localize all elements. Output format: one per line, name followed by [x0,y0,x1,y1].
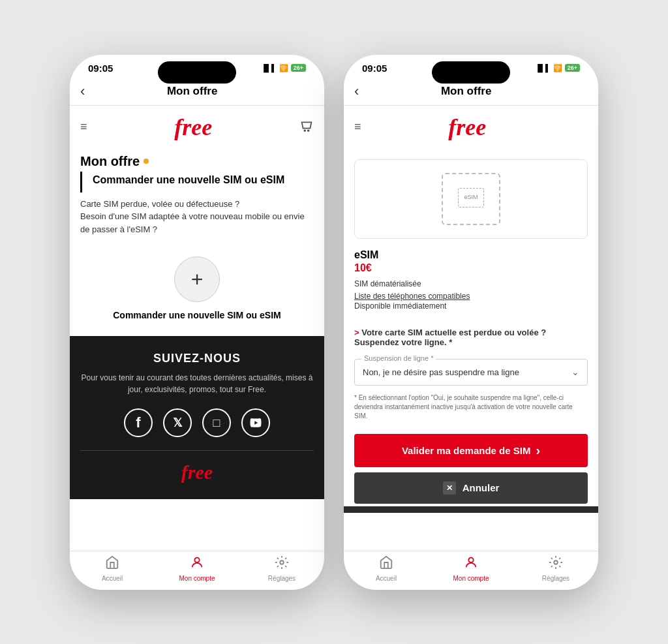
esim-card: eSIM [354,159,588,239]
free-logo-1: free [174,114,212,141]
cancel-button[interactable]: ✕ Annuler [354,472,588,504]
suspension-chevron: ⌄ [571,367,579,377]
sim-question-text: Votre carte SIM actuelle est perdue ou v… [354,328,546,347]
tab-label-moncompte-2: Mon compte [453,575,489,582]
time-1: 09:05 [88,63,113,74]
svg-point-2 [194,557,199,562]
esim-desc1: SIM dématérialisée [354,278,588,290]
svg-point-1 [308,130,309,131]
phone-2: 09:05 ▐▌▌ 🛜 26+ ‹ Mon offre ≡ free [344,55,598,590]
suspension-note: * En sélectionnant l'option "Oui, je sou… [344,391,598,429]
status-bar-1: 09:05 ▐▌▌ 🛜 26+ [70,55,324,78]
dynamic-island-2 [432,61,510,84]
tab-moncompte-2[interactable]: Mon compte [429,555,513,582]
follow-section-1: SUIVEZ-NOUS Pour vous tenir au courant d… [70,336,324,499]
esim-details: eSIM 10€ SIM dématérialisée Liste des té… [344,249,598,316]
tab-bar-1: Accueil Mon compte Réglages [70,551,324,590]
back-button-2[interactable]: ‹ [354,83,359,100]
account-icon-2 [464,555,478,573]
content-2: ≡ free eSIM eSIM 10€ SIM dématérialis [344,106,598,551]
instagram-icon-1[interactable]: □ [202,408,231,437]
esim-visual: eSIM [442,173,500,225]
plus-label-1: Commander une nouvelle SIM ou eSIM [113,310,281,320]
wifi-icon-2: 🛜 [553,64,562,72]
time-2: 09:05 [362,63,387,74]
follow-desc-1: Pour vous tenir au courant des toutes de… [80,372,314,395]
signal-icon-2: ▐▌▌ [535,64,550,72]
phone-1: 09:05 ▐▌▌ 🛜 26+ ‹ Mon offre ≡ free [70,55,324,590]
svg-point-0 [304,130,305,131]
suspension-dropdown[interactable]: Suspension de ligne * Non, je ne désire … [354,359,588,386]
section-title-1: Mon offre [80,154,140,169]
home-icon-1 [105,555,119,573]
section-subtitle-1: Commander une nouvelle SIM ou eSIM [93,174,284,185]
dot-yellow-1 [144,159,149,164]
dark-bar-2 [344,506,598,513]
battery-2: 26+ [565,64,580,72]
validate-label: Valider ma demande de SIM [402,445,531,456]
tab-bar-2: Accueil Mon compte Réglages [344,551,598,590]
svg-point-5 [554,560,558,564]
follow-divider-1 [80,450,314,451]
esim-name: eSIM [354,249,588,261]
validate-arrow: › [536,443,540,458]
svg-point-4 [468,557,473,562]
follow-title-1: SUIVEZ-NOUS [80,352,314,365]
battery-1: 26+ [291,64,306,72]
nav-title-2: Mon offre [364,85,568,98]
menu-icon-1[interactable]: ≡ [80,120,87,134]
free-logo-2: free [448,114,486,141]
nav-title-1: Mon offre [90,85,294,98]
menu-icon-2[interactable]: ≡ [354,120,361,134]
tab-label-accueil-2: Accueil [376,575,397,582]
header-row-1: ≡ free [70,106,324,149]
status-icons-1: ▐▌▌ 🛜 26+ [261,64,306,72]
follow-free-logo-1: free [80,461,314,483]
plus-area-1: + Commander une nouvelle SIM ou eSIM [70,241,324,336]
header-row-2: ≡ free [344,106,598,149]
facebook-icon-1[interactable]: f [124,408,153,437]
cancel-x-icon: ✕ [443,482,456,495]
tab-label-reglages-2: Réglages [542,575,569,582]
tab-label-reglages-1: Réglages [268,575,296,582]
esim-card-label: eSIM [464,194,478,201]
tab-label-moncompte-1: Mon compte [179,575,215,582]
suspension-label: Suspension de ligne * [361,354,436,362]
wifi-icon-1: 🛜 [279,64,288,72]
status-bar-2: 09:05 ▐▌▌ 🛜 26+ [344,55,598,78]
esim-available: Disponible immédiatement [354,301,588,311]
cancel-label: Annuler [463,482,500,493]
status-icons-2: ▐▌▌ 🛜 26+ [535,64,580,72]
esim-link[interactable]: Liste des téléphones compatibles [354,292,470,301]
validate-button[interactable]: Valider ma demande de SIM › [354,434,588,467]
tab-moncompte-1[interactable]: Mon compte [155,555,239,582]
social-icons-1: f 𝕏 □ [80,408,314,437]
tab-reglages-2[interactable]: Réglages [513,555,598,582]
settings-icon-1 [275,555,289,573]
tab-reglages-1[interactable]: Réglages [239,555,324,582]
settings-icon-2 [549,555,563,573]
home-icon-2 [379,555,393,573]
signal-icon-1: ▐▌▌ [261,64,276,72]
suspension-value: Non, je ne désire pas suspendre ma ligne [363,367,519,377]
x-icon-1[interactable]: 𝕏 [163,408,192,437]
description-1: Carte SIM perdue, volée ou défectueuse ?… [70,192,324,241]
tab-accueil-2[interactable]: Accueil [344,555,429,582]
cart-icon-1 [299,118,314,136]
sim-question: > Votre carte SIM actuelle est perdue ou… [354,321,588,354]
content-1: ≡ free Mon offre Commander une nouvelle … [70,106,324,551]
tab-label-accueil-1: Accueil [102,575,123,582]
youtube-icon-1[interactable] [241,408,270,437]
plus-button-1[interactable]: + [174,256,220,302]
dynamic-island-1 [158,61,236,84]
back-button-1[interactable]: ‹ [80,83,85,100]
account-icon-1 [190,555,204,573]
phones-container: 09:05 ▐▌▌ 🛜 26+ ‹ Mon offre ≡ free [70,55,598,590]
tab-accueil-1[interactable]: Accueil [70,555,155,582]
svg-point-3 [280,560,284,564]
esim-price: 10€ [354,262,588,274]
